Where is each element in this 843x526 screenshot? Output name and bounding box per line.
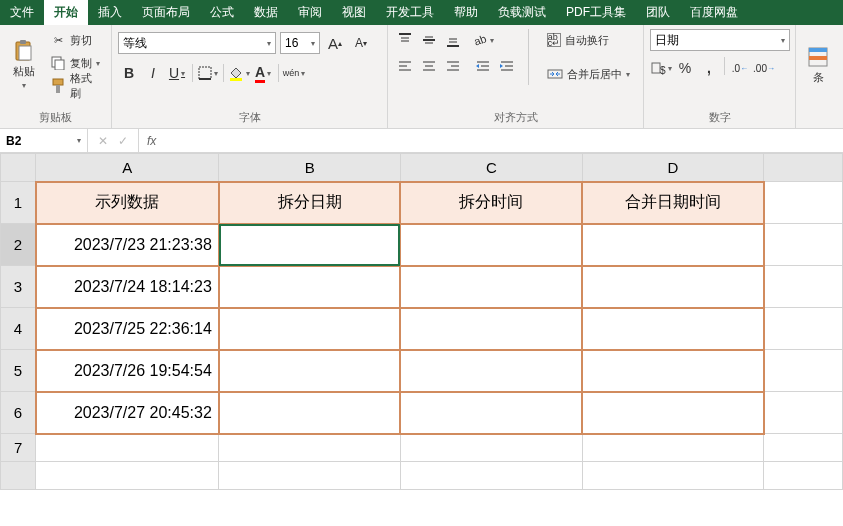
cell[interactable] [219, 392, 401, 434]
align-top-button[interactable] [394, 29, 416, 51]
cell[interactable] [764, 182, 843, 224]
cell[interactable] [582, 462, 764, 490]
cell[interactable] [582, 392, 764, 434]
tab-view[interactable]: 视图 [332, 0, 376, 25]
tab-baidu-netdisk[interactable]: 百度网盘 [680, 0, 748, 25]
increase-font-button[interactable]: A▴ [324, 32, 346, 54]
decrease-font-button[interactable]: A▾ [350, 32, 372, 54]
cell[interactable] [764, 266, 843, 308]
tab-review[interactable]: 审阅 [288, 0, 332, 25]
accounting-format-button[interactable]: $ [650, 57, 672, 79]
increase-decimal-button[interactable]: .0← [729, 57, 751, 79]
bold-button[interactable]: B [118, 62, 140, 84]
orientation-button[interactable]: ab [472, 29, 494, 51]
cell[interactable] [764, 434, 843, 462]
cell[interactable] [400, 392, 582, 434]
paste-button[interactable]: 粘贴 ▾ [6, 29, 42, 101]
decrease-decimal-button[interactable]: .00→ [753, 57, 775, 79]
tab-formulas[interactable]: 公式 [200, 0, 244, 25]
row-header[interactable] [1, 462, 36, 490]
align-center-button[interactable] [418, 55, 440, 77]
cell[interactable] [36, 434, 219, 462]
merge-center-button[interactable]: 合并后居中 ▾ [543, 63, 634, 85]
font-name-combo[interactable]: 等线▾ [118, 32, 276, 54]
cell[interactable] [36, 462, 219, 490]
conditional-formatting-button[interactable]: 条 [802, 29, 834, 101]
cell[interactable] [582, 266, 764, 308]
cell[interactable]: 拆分时间 [400, 182, 582, 224]
align-bottom-button[interactable] [442, 29, 464, 51]
cell[interactable]: 合并日期时间 [582, 182, 764, 224]
name-box[interactable]: B2 ▾ [0, 129, 88, 152]
border-button[interactable] [197, 62, 219, 84]
cell[interactable] [219, 266, 401, 308]
tab-insert[interactable]: 插入 [88, 0, 132, 25]
cell[interactable] [400, 266, 582, 308]
cell[interactable] [764, 462, 843, 490]
sheet-viewport[interactable]: A B C D 1 示列数据 拆分日期 拆分时间 合并日期时间 2 2023/7… [0, 153, 843, 526]
tab-data[interactable]: 数据 [244, 0, 288, 25]
font-color-button[interactable]: A [252, 62, 274, 84]
cancel-formula-button[interactable]: ✕ [98, 134, 108, 148]
tab-home[interactable]: 开始 [44, 0, 88, 25]
col-header-d[interactable]: D [582, 154, 764, 182]
wrap-text-button[interactable]: abc↵ 自动换行 [543, 29, 634, 51]
align-middle-button[interactable] [418, 29, 440, 51]
row-header[interactable]: 7 [1, 434, 36, 462]
formula-bar[interactable]: fx [139, 129, 843, 152]
cell[interactable] [582, 224, 764, 266]
cell[interactable] [400, 434, 582, 462]
tab-developer[interactable]: 开发工具 [376, 0, 444, 25]
comma-button[interactable]: , [698, 57, 720, 79]
cell[interactable] [582, 350, 764, 392]
select-all-corner[interactable] [1, 154, 36, 182]
align-left-button[interactable] [394, 55, 416, 77]
cell[interactable]: 2023/7/26 19:54:54 [36, 350, 219, 392]
cell[interactable] [219, 462, 401, 490]
col-header-a[interactable]: A [36, 154, 219, 182]
col-header-c[interactable]: C [400, 154, 582, 182]
tab-load-test[interactable]: 负载测试 [488, 0, 556, 25]
cell[interactable] [400, 224, 582, 266]
italic-button[interactable]: I [142, 62, 164, 84]
align-right-button[interactable] [442, 55, 464, 77]
cut-button[interactable]: ✂ 剪切 [46, 29, 105, 51]
cell[interactable] [400, 308, 582, 350]
cell[interactable]: 2023/7/23 21:23:38 [36, 224, 219, 266]
enter-formula-button[interactable]: ✓ [118, 134, 128, 148]
cell[interactable] [764, 224, 843, 266]
cell[interactable] [219, 350, 401, 392]
cell[interactable] [582, 434, 764, 462]
cell[interactable] [400, 350, 582, 392]
number-format-combo[interactable]: 日期▾ [650, 29, 790, 51]
cell[interactable]: 2023/7/27 20:45:32 [36, 392, 219, 434]
row-header[interactable]: 4 [1, 308, 36, 350]
tab-team[interactable]: 团队 [636, 0, 680, 25]
cell[interactable] [582, 308, 764, 350]
cell[interactable]: 示列数据 [36, 182, 219, 224]
row-header[interactable]: 6 [1, 392, 36, 434]
tab-file[interactable]: 文件 [0, 0, 44, 25]
percent-button[interactable]: % [674, 57, 696, 79]
cell[interactable] [219, 308, 401, 350]
cell[interactable] [764, 350, 843, 392]
fill-color-button[interactable] [228, 62, 250, 84]
col-header-e[interactable] [764, 154, 843, 182]
tab-page-layout[interactable]: 页面布局 [132, 0, 200, 25]
tab-help[interactable]: 帮助 [444, 0, 488, 25]
cell-b2[interactable] [219, 224, 401, 266]
row-header[interactable]: 2 [1, 224, 36, 266]
cell[interactable]: 2023/7/25 22:36:14 [36, 308, 219, 350]
cell[interactable]: 拆分日期 [219, 182, 401, 224]
font-size-combo[interactable]: 16▾ [280, 32, 320, 54]
row-header[interactable]: 5 [1, 350, 36, 392]
cell[interactable] [764, 308, 843, 350]
underline-button[interactable]: U [166, 62, 188, 84]
row-header[interactable]: 3 [1, 266, 36, 308]
phonetic-button[interactable]: wén [283, 62, 305, 84]
increase-indent-button[interactable] [496, 55, 518, 77]
format-painter-button[interactable]: 格式刷 [46, 75, 105, 97]
cell[interactable]: 2023/7/24 18:14:23 [36, 266, 219, 308]
tab-pdf-tools[interactable]: PDF工具集 [556, 0, 636, 25]
cell[interactable] [764, 392, 843, 434]
